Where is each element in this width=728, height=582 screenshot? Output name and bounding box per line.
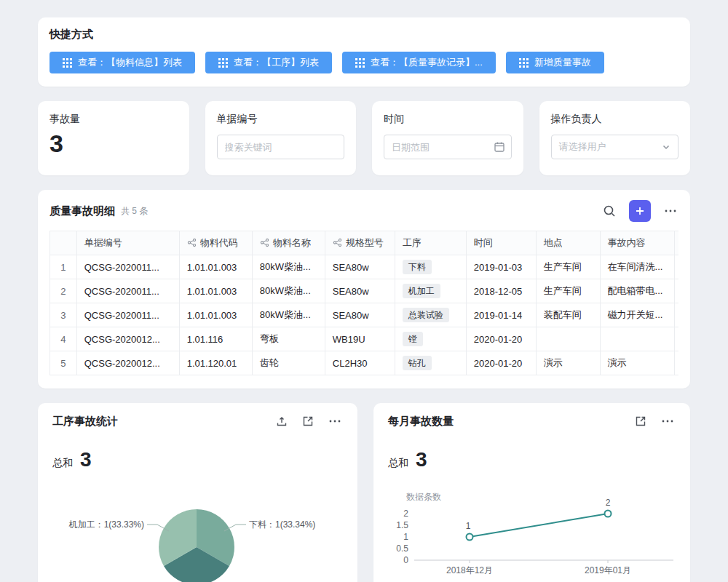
cell-place: 演示 [536, 351, 600, 375]
shortcuts-title: 快捷方式 [50, 28, 678, 41]
y-tick: 0.5 [396, 543, 408, 554]
cell-spec: SEA80w [325, 303, 395, 327]
process-tag: 总装试验 [403, 308, 449, 322]
pie-more-button[interactable] [327, 413, 343, 429]
process-tag: 下料 [403, 260, 432, 274]
col-material-code: 物料代码 [179, 231, 252, 255]
row-index: 1 [50, 255, 77, 279]
button-label: 新增质量事故 [534, 56, 591, 69]
search-icon [603, 204, 616, 218]
relation-icon [187, 238, 197, 247]
cell-spec: SEA80w [325, 279, 395, 303]
line-more-button[interactable] [660, 413, 676, 429]
plus-icon [635, 206, 645, 216]
view-process-list-button[interactable]: 查看：【工序】列表 [205, 52, 332, 73]
cell-code: 1.01.01.003 [179, 303, 252, 327]
data-line [470, 514, 608, 537]
view-quality-record-list-button[interactable]: 查看：【质量事故记录】... [342, 52, 496, 73]
pie-label-left: 机加工：1(33.33%) [68, 519, 144, 530]
table-row[interactable]: 5 QCSG-2020012... 1.01.120.01 齿轮 CL2H30 … [50, 351, 679, 375]
time-filter-label: 时间 [384, 113, 512, 126]
y-tick: 2 [403, 509, 408, 519]
view-material-list-button[interactable]: 查看：【物料信息】列表 [50, 52, 195, 73]
line-chart-title: 每月事故数量 [388, 415, 454, 428]
y-tick: 1 [403, 532, 408, 542]
table-row[interactable]: 3 QCSG-2020011... 1.01.01.003 80kW柴油... … [50, 303, 679, 327]
time-filter-card: 时间 [372, 101, 523, 175]
line-total-label: 总和 [388, 457, 408, 470]
operator-select-placeholder: 请选择用户 [559, 140, 606, 154]
data-point[interactable] [605, 511, 612, 517]
accident-count-value: 3 [50, 130, 178, 157]
more-icon [328, 415, 341, 428]
cell-place: 生产车间 [536, 255, 600, 279]
button-label: 查看：【物料信息】列表 [78, 56, 182, 69]
col-material-name: 物料名称 [252, 231, 325, 255]
grid-icon [355, 58, 365, 68]
table-scroll-area[interactable]: 单据编号 物料代码 物料名称 规格型号 工序 时间 地点 事故内容 操作人 1 [50, 231, 678, 375]
y-tick: 1.5 [396, 520, 408, 530]
grid-icon [218, 58, 228, 68]
data-point[interactable] [467, 534, 473, 541]
add-quality-accident-button[interactable]: 新增质量事故 [506, 52, 604, 73]
cell-content: 配电箱带电... [600, 279, 674, 303]
open-fullscreen-button[interactable] [301, 414, 315, 428]
process-tag: 钻孔 [403, 356, 432, 370]
pie-total-label: 总和 [52, 457, 73, 470]
cell-name: 80kW柴油... [252, 279, 325, 303]
col-index [50, 231, 77, 255]
cell-doc: QCSG-2020011... [76, 255, 179, 279]
search-button[interactable] [601, 203, 617, 219]
col-time: 时间 [466, 231, 536, 255]
cell-operator [674, 303, 678, 327]
button-label: 查看：【工序】列表 [234, 56, 319, 69]
cell-spec: WB19U [325, 327, 395, 351]
pie-label-right: 下料：1(33.34%) [249, 519, 315, 530]
open-fullscreen-button[interactable] [633, 414, 648, 428]
shortcuts-card: 快捷方式 查看：【物料信息】列表 查看：【工序】列表 查看：【质量事故记录】..… [38, 17, 690, 87]
y-tick: 0 [403, 555, 408, 565]
cell-spec: CL2H30 [325, 351, 395, 375]
y-axis-name: 数据条数 [406, 492, 441, 502]
col-doc-number: 单据编号 [76, 231, 179, 255]
doc-number-search-input[interactable] [217, 135, 345, 159]
cell-operator [674, 255, 678, 279]
row-index: 4 [50, 327, 77, 351]
cell-process: 机加工 [395, 279, 466, 303]
cell-time: 2019-01-14 [466, 303, 536, 327]
cell-place: 装配车间 [536, 303, 600, 327]
cell-process: 下料 [395, 255, 466, 279]
add-record-button[interactable] [629, 200, 651, 222]
export-button[interactable] [274, 414, 289, 428]
table-more-button[interactable] [662, 203, 678, 219]
table-row[interactable]: 1 QCSG-2020011... 1.01.01.003 80kW柴油... … [50, 255, 679, 279]
process-tag: 机加工 [403, 284, 440, 298]
charts-row: 工序事故统计 总和 3 [38, 403, 690, 582]
date-range-input[interactable] [384, 135, 512, 159]
table-row[interactable]: 2 QCSG-2020011... 1.01.01.003 80kW柴油... … [50, 279, 679, 303]
operator-filter-label: 操作负责人 [551, 113, 679, 126]
table-title: 质量事故明细 [50, 204, 115, 218]
shortcut-buttons-row: 查看：【物料信息】列表 查看：【工序】列表 查看：【质量事故记录】... 新增质… [50, 52, 678, 73]
table-row[interactable]: 4 QCSG-2020012... 1.01.116 弯板 WB19U 镗 20… [50, 327, 679, 351]
cell-doc: QCSG-2020012... [76, 351, 179, 375]
line-total-value: 3 [416, 448, 427, 471]
cell-operator [674, 279, 678, 303]
accident-count-card: 事故量 3 [38, 101, 189, 175]
cell-operator [674, 351, 678, 375]
cell-process: 钻孔 [395, 351, 466, 375]
col-spec-model: 规格型号 [325, 231, 395, 255]
col-place: 地点 [536, 231, 600, 255]
doc-number-label: 单据编号 [217, 113, 345, 126]
cell-place [536, 327, 600, 351]
x-tick-label: 2018年12月 [446, 565, 493, 575]
quality-accident-table: 单据编号 物料代码 物料名称 规格型号 工序 时间 地点 事故内容 操作人 1 [50, 231, 678, 375]
cell-content: 在车间清洗... [600, 255, 674, 279]
open-external-icon [302, 415, 314, 427]
cell-place: 生产车间 [536, 279, 600, 303]
monthly-accident-line-card: 每月事故数量 总和 3 数据条数 2 1.5 1 0.5 [373, 403, 690, 582]
cell-name: 80kW柴油... [252, 255, 325, 279]
cell-time: 2020-01-20 [466, 327, 536, 351]
cell-process: 镗 [395, 327, 466, 351]
operator-select[interactable]: 请选择用户 [551, 135, 679, 159]
